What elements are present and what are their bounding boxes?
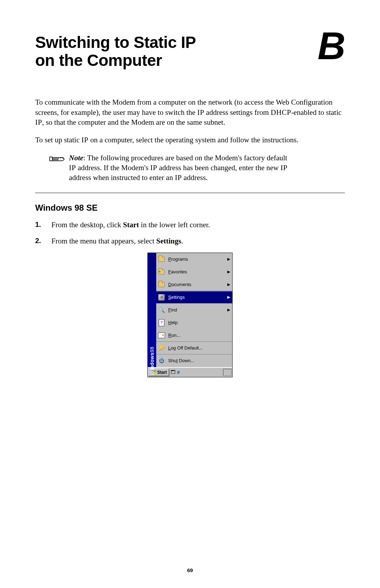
favorites-icon: ✦	[158, 268, 165, 276]
menu-item-ind[interactable]: 🔍Find▶	[156, 304, 232, 316]
start-menu-sidebar: Windows98	[148, 253, 156, 367]
title-line-2: on the Computer	[35, 51, 162, 69]
pointing-hand-icon	[49, 153, 65, 183]
intro-paragraph-2: To set up static IP on a computer, selec…	[35, 135, 345, 145]
step-number: 2.	[35, 236, 45, 246]
step-text: From the desktop, click Start in the low…	[51, 220, 210, 230]
section-divider	[35, 193, 345, 193]
start-button-label: Start	[157, 370, 167, 375]
menu-item-label: Documents	[168, 281, 224, 288]
page-number: 69	[0, 567, 380, 574]
sidebar-brand: Windows98	[149, 347, 156, 375]
bold-text: Start	[123, 221, 139, 229]
step-text: From the menu that appears, select Setti…	[51, 236, 183, 246]
appendix-letter: B	[318, 31, 345, 61]
menu-item-un[interactable]: Run...	[156, 329, 232, 342]
menu-item-ogoffdefault[interactable]: 🔑Log Off Default...	[156, 342, 232, 354]
start-menu-items: Programs▶✦Favorites▶Documents▶Settings▶🔍…	[156, 253, 232, 367]
title-line-1: Switching to Static IP	[35, 33, 196, 51]
step-2: 2. From the menu that appears, select Se…	[35, 236, 345, 246]
small-caps-ip: IP	[69, 163, 76, 172]
small-caps-ip: IP	[35, 118, 42, 126]
settings-icon	[158, 293, 165, 301]
text: .	[181, 237, 183, 245]
small-caps-ip: IP	[280, 163, 287, 172]
small-caps-ip: IP	[82, 136, 89, 144]
note-text: Note: The following procedures are based…	[69, 153, 296, 183]
text: Windows	[149, 352, 155, 375]
step-number: 1.	[35, 220, 45, 230]
system-tray[interactable]	[223, 369, 232, 376]
text: : The following procedures are based on …	[83, 154, 287, 162]
text: in the lower left corner.	[139, 221, 210, 229]
text: address.	[182, 173, 208, 182]
taskbar: Start 🗔 e	[148, 367, 232, 377]
documents-icon	[158, 281, 165, 289]
step-1: 1. From the desktop, click Start in the …	[35, 220, 345, 230]
menu-item-label: Settings	[168, 294, 224, 301]
steps-list: 1. From the desktop, click Start in the …	[35, 220, 345, 246]
submenu-arrow-icon: ▶	[227, 307, 230, 312]
shutdown-icon: ⏻	[158, 357, 165, 365]
menu-item-label: Help	[168, 320, 230, 326]
menu-item-label: Find	[168, 307, 224, 313]
figure-start-menu: Windows98 Programs▶✦Favorites▶Documents▶…	[35, 253, 345, 377]
find-icon: 🔍	[158, 306, 165, 314]
section-heading: Windows 98 SE	[35, 202, 345, 213]
text: on a computer, select the operating syst…	[88, 136, 298, 144]
menu-item-label: Favorites	[168, 269, 224, 275]
page: Switching to Static IP on the Computer B…	[0, 0, 380, 588]
title-bar: Switching to Static IP on the Computer B	[35, 33, 345, 69]
text: From the menu that appears, select	[51, 237, 156, 245]
menu-item-avorites[interactable]: ✦Favorites▶	[156, 266, 232, 278]
text: address when instructed to enter an	[69, 173, 175, 182]
submenu-arrow-icon: ▶	[227, 256, 230, 262]
menu-item-rograms[interactable]: Programs▶	[156, 253, 232, 266]
text: -enabled to static	[291, 108, 341, 117]
text: , so that the computer and the Modem are…	[42, 118, 225, 126]
text: From the desktop, click	[51, 221, 123, 229]
text: address settings from	[204, 108, 271, 117]
appendix-title: Switching to Static IP on the Computer	[35, 33, 196, 69]
submenu-arrow-icon: ▶	[227, 269, 230, 274]
quicklaunch-ie-icon[interactable]: e	[177, 369, 180, 376]
intro-paragraph-1: To communicate with the Modem from a com…	[35, 97, 345, 127]
menu-item-shu[interactable]: ⏻Shut Down...	[156, 354, 232, 367]
quicklaunch-desktop-icon[interactable]: 🗔	[171, 369, 176, 376]
menu-item-label: Programs	[168, 256, 224, 262]
submenu-arrow-icon: ▶	[227, 282, 230, 287]
menu-item-ocuments[interactable]: Documents▶	[156, 278, 232, 291]
menu-item-ettings[interactable]: Settings▶	[156, 291, 232, 304]
menu-item-elp[interactable]: Help	[156, 316, 232, 329]
text: address has been changed, enter the new	[157, 163, 280, 172]
bold-text: Settings	[156, 237, 181, 245]
text: address. If the Modem's	[76, 163, 150, 172]
small-caps-ip: IP	[197, 108, 204, 117]
note-block: Note: The following procedures are based…	[49, 153, 345, 183]
start-menu-body: Windows98 Programs▶✦Favorites▶Documents▶…	[148, 253, 232, 367]
small-caps-dhcp: DHCP	[271, 108, 291, 117]
submenu-arrow-icon: ▶	[227, 295, 230, 300]
menu-item-label: Log Off Default...	[168, 345, 230, 351]
text: 98	[149, 347, 155, 353]
menu-item-label: Shut Down...	[168, 358, 230, 364]
logoff-icon: 🔑	[158, 344, 165, 352]
text: To set up static	[35, 136, 82, 144]
small-caps-ip: IP	[175, 173, 182, 182]
note-label: Note	[69, 154, 83, 162]
menu-item-label: Run...	[168, 332, 230, 339]
help-icon	[158, 319, 165, 327]
small-caps-ip: IP	[150, 163, 157, 172]
win98-start-menu: Windows98 Programs▶✦Favorites▶Documents▶…	[147, 253, 233, 377]
run-icon	[158, 332, 165, 339]
programs-icon	[158, 255, 165, 263]
